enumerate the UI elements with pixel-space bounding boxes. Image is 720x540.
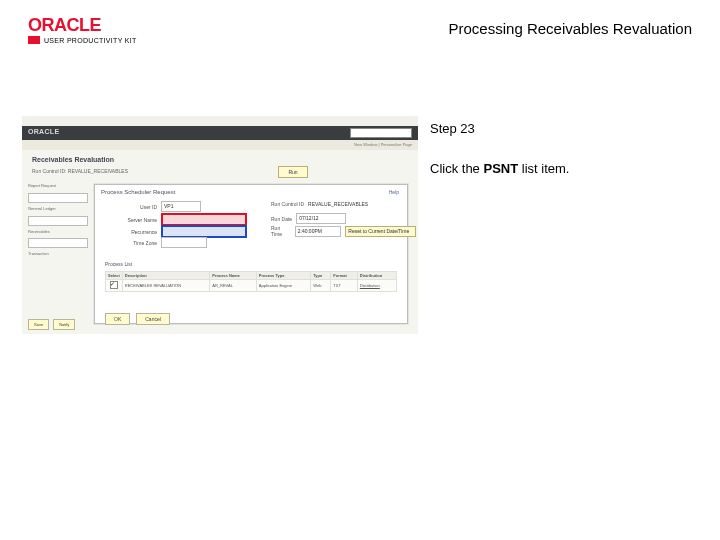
thumb-process-list-table: Select Description Process Name Process …	[105, 271, 397, 292]
thumb-breadcrumb-bar	[22, 116, 418, 126]
thumb-field-run-control: Run Control ID REVALUE_RECEIVABLES	[271, 201, 368, 207]
th-description: Description	[122, 272, 209, 280]
th-process-name: Process Name	[210, 272, 257, 280]
th-distribution: Distribution	[357, 272, 396, 280]
thumb-left-input-1[interactable]	[28, 216, 88, 226]
td-process-name: AR_REVAL	[210, 280, 257, 292]
instruction-text-post: list item.	[518, 161, 569, 176]
checkbox-icon[interactable]	[110, 281, 118, 289]
td-description: RECEIVABLES REVALUATION	[122, 280, 209, 292]
th-type: Type	[311, 272, 331, 280]
thumb-label-run-date: Run Date	[271, 216, 292, 222]
thumb-value-run-date[interactable]: 07/12/12	[296, 213, 346, 224]
instruction-text-pre: Click the	[430, 161, 483, 176]
thumb-util-links: New Window | Personalize Page	[22, 140, 418, 150]
thumb-body: Receivables Revaluation Run Control ID: …	[22, 150, 418, 334]
thumb-value-run-time[interactable]: 2:40:00PM	[295, 226, 342, 237]
thumb-value-time-zone[interactable]	[161, 237, 207, 248]
thumb-field-time-zone: Time Zone	[105, 237, 207, 248]
thumb-search-input[interactable]	[350, 128, 412, 138]
thumb-modal-help-link[interactable]: Help	[389, 189, 399, 195]
thumb-field-user-id: User ID VP1	[105, 201, 201, 212]
thumb-page-title: Receivables Revaluation	[32, 156, 114, 163]
table-header-row: Select Description Process Name Process …	[106, 272, 397, 280]
th-select: Select	[106, 272, 123, 280]
thumb-modal-title: Process Scheduler Request	[101, 189, 175, 195]
thumb-cancel-button[interactable]: Cancel	[136, 313, 170, 325]
doc-header: ORACLE USER PRODUCTIVITY KIT Processing …	[28, 16, 692, 56]
oracle-upk-logo: ORACLE USER PRODUCTIVITY KIT	[28, 16, 137, 44]
thumb-run-control-id: Run Control ID: REVALUE_RECEIVABLES	[32, 168, 128, 174]
td-distribution-link[interactable]: Distribution	[357, 280, 396, 292]
app-screenshot-thumbnail: ORACLE New Window | Personalize Page Rec…	[22, 116, 418, 334]
thumb-left-label-4: Transaction	[28, 252, 90, 257]
thumb-reset-button[interactable]: Reset to Current Date/Time	[345, 226, 416, 237]
thumb-field-run-time: Run Time 2:40:00PM Reset to Current Date…	[271, 225, 416, 237]
thumb-left-label-3: Receivables	[28, 230, 90, 235]
thumb-field-run-date: Run Date 07/12/12	[271, 213, 346, 224]
table-row: RECEIVABLES REVALUATION AR_REVAL Applica…	[106, 280, 397, 292]
thumb-footer-buttons: Save Notify	[28, 319, 75, 330]
step-number: Step 23	[430, 120, 690, 138]
td-format[interactable]: TXT	[331, 280, 358, 292]
thumb-process-list-label: Process List	[105, 261, 132, 267]
thumb-process-scheduler-modal: Process Scheduler Request Help User ID V…	[94, 184, 408, 324]
th-process-type: Process Type	[256, 272, 310, 280]
thumb-label-recurrence: Recurrence	[105, 229, 157, 235]
thumb-label-time-zone: Time Zone	[105, 240, 157, 246]
thumb-notify-button[interactable]: Notify	[53, 319, 75, 330]
upk-red-bar-icon	[28, 36, 40, 44]
thumb-left-label-2: General Ledger	[28, 207, 90, 212]
thumb-label-run-time: Run Time	[271, 225, 291, 237]
thumb-brand-bar: ORACLE	[22, 126, 418, 140]
upk-subtitle: USER PRODUCTIVITY KIT	[44, 37, 137, 44]
thumb-label-user-id: User ID	[105, 204, 157, 210]
oracle-wordmark: ORACLE	[28, 16, 137, 34]
upk-line: USER PRODUCTIVITY KIT	[28, 36, 137, 44]
thumb-left-input-2[interactable]	[28, 238, 88, 248]
instruction-bold-target: PSNT	[483, 161, 518, 176]
th-format: Format	[331, 272, 358, 280]
thumb-modal-buttons: OK Cancel	[105, 313, 170, 325]
instruction-pane: Step 23 Click the PSNT list item.	[430, 120, 690, 200]
thumb-value-user-id: VP1	[161, 201, 201, 212]
thumb-oracle-wordmark: ORACLE	[28, 128, 59, 135]
thumb-label-server-name: Server Name	[105, 217, 157, 223]
thumb-save-button[interactable]: Save	[28, 319, 49, 330]
td-process-type: Application Engine	[256, 280, 310, 292]
td-type[interactable]: Web	[311, 280, 331, 292]
thumb-left-input-0[interactable]	[28, 193, 88, 203]
thumb-left-column: Report Request General Ledger Receivable…	[28, 184, 90, 257]
thumb-left-label-0: Report Request	[28, 184, 90, 189]
thumb-label-run-control: Run Control ID	[271, 201, 304, 207]
thumb-ok-button[interactable]: OK	[105, 313, 130, 325]
step-instruction: Click the PSNT list item.	[430, 160, 690, 178]
document-title: Processing Receivables Revaluation	[449, 20, 692, 37]
thumb-run-button[interactable]: Run	[278, 166, 308, 178]
thumb-value-run-control: REVALUE_RECEIVABLES	[308, 201, 368, 207]
td-select[interactable]	[106, 280, 123, 292]
